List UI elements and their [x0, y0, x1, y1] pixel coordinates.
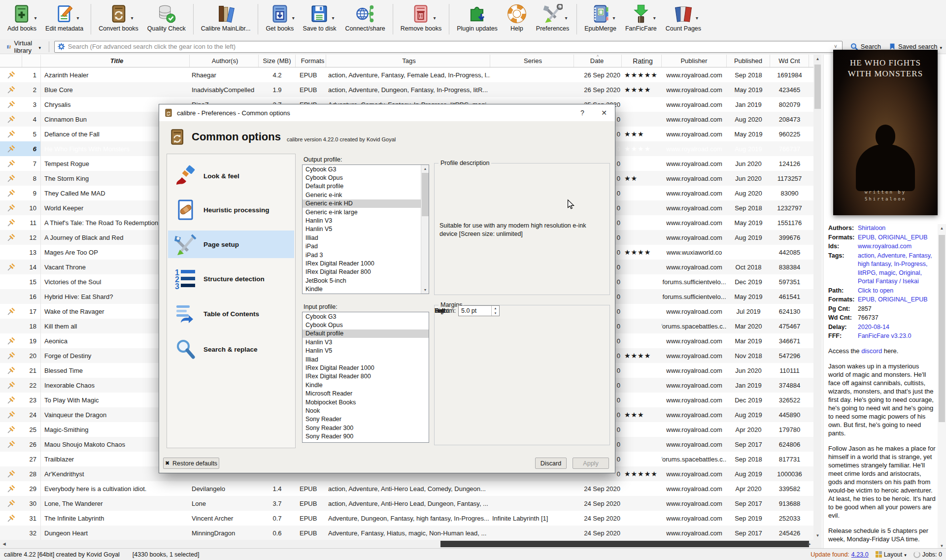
rating-cell[interactable]: ★★★★	[622, 245, 662, 260]
author-cell[interactable]: Devilangelo	[190, 481, 259, 496]
wordcount-cell[interactable]: 442085	[770, 245, 809, 260]
rating-cell[interactable]	[622, 319, 662, 333]
table-row[interactable]: 29 Everybody here is a cultivation idiot…	[0, 481, 813, 496]
metadata-value[interactable]: 766737	[858, 314, 878, 323]
input-profile-option[interactable]: Microsoft Reader	[303, 390, 429, 398]
series-cell[interactable]	[490, 481, 574, 496]
dropdown-arrow-icon[interactable]: ▾	[34, 15, 37, 21]
input-profile-option[interactable]: Nook	[303, 406, 429, 415]
output-profile-option[interactable]: Default profile	[303, 182, 421, 191]
input-profile-option[interactable]: Mobipocket Books	[303, 398, 429, 406]
update-notice[interactable]: Update found: 4.23.0	[811, 551, 868, 558]
jobs-button[interactable]: Jobs: 0	[913, 551, 942, 558]
date-cell[interactable]: 24 Sep 2020	[574, 526, 622, 540]
publisher-cell[interactable]: www.royalroad.com	[662, 466, 727, 481]
date-cell[interactable]: 26 Sep 2020	[574, 82, 622, 97]
sidebar-item-table-of-contents[interactable]: Table of Contents	[168, 300, 294, 328]
edit-metadata-button[interactable]: ▾ Edit metadata	[41, 2, 88, 33]
wordcount-cell[interactable]: 339582	[770, 481, 809, 496]
wordcount-cell[interactable]: 445890	[770, 407, 809, 422]
publisher-cell[interactable]: www.royalroad.com	[662, 112, 727, 127]
series-cell[interactable]	[490, 496, 574, 511]
search-box[interactable]: ˅	[54, 41, 843, 53]
scroll-down-icon[interactable]: ▼	[813, 531, 822, 540]
header-formats[interactable]: Formats	[296, 55, 326, 67]
metadata-value[interactable]: 2857	[858, 305, 872, 314]
publisher-cell[interactable]: www.royalroad.com	[662, 171, 727, 186]
rating-cell[interactable]: ★★	[622, 171, 662, 186]
search-input[interactable]	[68, 43, 829, 50]
header-publisher[interactable]: Publisher	[662, 55, 727, 67]
row-number-cell[interactable]: 28	[22, 466, 41, 481]
rating-cell[interactable]	[622, 496, 662, 511]
wordcount-cell[interactable]: 817731	[770, 452, 809, 466]
published-cell[interactable]: Sep 2017	[727, 496, 770, 511]
metadata-value[interactable]: 2020-08-14	[858, 323, 889, 332]
input-profile-option[interactable]: IRex Digital Reader 1000	[303, 363, 429, 372]
scrollbar-thumb[interactable]	[440, 541, 809, 547]
publisher-cell[interactable]: www.royalroad.com	[662, 526, 727, 540]
header-size[interactable]: Size (MB)	[259, 55, 296, 67]
pin-cell[interactable]	[0, 333, 22, 348]
date-cell[interactable]: 24 Sep 2020	[574, 481, 622, 496]
published-cell[interactable]: Mar 2019	[727, 333, 770, 348]
wordcount-cell[interactable]: 597351	[770, 274, 809, 289]
restore-defaults-button[interactable]: ✖ Restore defaults	[163, 458, 219, 469]
input-profile-option[interactable]: Cybook Opus	[303, 321, 429, 329]
published-cell[interactable]: Oct 2018	[727, 260, 770, 274]
publisher-cell[interactable]: www.royalroad.com	[662, 156, 727, 171]
pin-cell[interactable]	[0, 186, 22, 200]
pin-cell[interactable]	[0, 437, 22, 452]
rating-cell[interactable]	[622, 186, 662, 200]
rating-cell[interactable]	[622, 452, 662, 466]
row-number-cell[interactable]: 18	[22, 319, 41, 333]
pin-cell[interactable]	[0, 393, 22, 407]
output-profile-option[interactable]: Hanlin V5	[303, 225, 421, 233]
row-number-cell[interactable]: 1	[22, 67, 41, 82]
table-row[interactable]: 2 Blue Core InadvisablyCompelled 1.9 EPU…	[0, 82, 813, 97]
size-cell[interactable]: 1.9	[259, 82, 296, 97]
scrollbar-thumb[interactable]	[939, 235, 945, 422]
dropdown-arrow-icon[interactable]: ▾	[332, 15, 334, 21]
output-profile-option[interactable]: Kindle	[303, 285, 421, 293]
publisher-cell[interactable]: www.royalroad.com	[662, 200, 727, 215]
publisher-cell[interactable]: www.royalroad.com	[662, 304, 727, 319]
pin-cell[interactable]	[0, 526, 22, 540]
metadata-value[interactable]: action, Adventure, Fantasy, high fantasy…	[858, 252, 936, 286]
wordcount-cell[interactable]: 461541	[770, 289, 809, 304]
row-number-cell[interactable]: 21	[22, 363, 41, 378]
discord-link[interactable]: discord	[861, 347, 882, 355]
list-scrollbar[interactable]: ▲ ▼	[421, 165, 429, 294]
pin-cell[interactable]	[0, 511, 22, 526]
pin-cell[interactable]	[0, 127, 22, 141]
title-cell[interactable]: Azarinth Healer	[41, 67, 190, 82]
pin-cell[interactable]	[0, 112, 22, 127]
pin-cell[interactable]	[0, 97, 22, 112]
output-profile-option[interactable]: Cybook Opus	[303, 173, 421, 182]
header-title[interactable]: Title	[41, 55, 190, 67]
title-cell[interactable]: Dungeon Heart	[41, 526, 190, 540]
published-cell[interactable]: Sep 2017	[727, 437, 770, 452]
pin-cell[interactable]	[0, 319, 22, 333]
row-number-cell[interactable]: 5	[22, 127, 41, 141]
spin-up-icon[interactable]: ▲	[492, 306, 499, 311]
rating-cell[interactable]: ★★★★	[622, 82, 662, 97]
row-number-cell[interactable]: 7	[22, 156, 41, 171]
wordcount-cell[interactable]: 1232797	[770, 200, 809, 215]
formats-cell[interactable]: EPUB	[296, 526, 326, 540]
header-wdcnt[interactable]: Wd Cnt	[770, 55, 809, 67]
wordcount-cell[interactable]: 399676	[770, 230, 809, 245]
size-cell[interactable]: 0.6	[259, 526, 296, 540]
row-number-cell[interactable]: 13	[22, 245, 41, 260]
discard-button[interactable]: Discard	[535, 458, 567, 469]
scroll-up-icon[interactable]: ▲	[813, 55, 822, 63]
rating-cell[interactable]	[622, 230, 662, 245]
get-books-button[interactable]: ▾ Get books	[261, 2, 298, 33]
wordcount-cell[interactable]: 252033	[770, 511, 809, 526]
table-row[interactable]: 31 The Infinite Labyrinth Vincent Archer…	[0, 511, 813, 526]
search-history-chevron-icon[interactable]: ˅	[832, 44, 839, 49]
scroll-left-icon[interactable]: ◀	[0, 540, 8, 548]
connect-share-button[interactable]: Connect/share	[340, 2, 389, 33]
publisher-cell[interactable]: www.royalroad.com	[662, 422, 727, 437]
wordcount-cell[interactable]: 960225	[770, 127, 809, 141]
